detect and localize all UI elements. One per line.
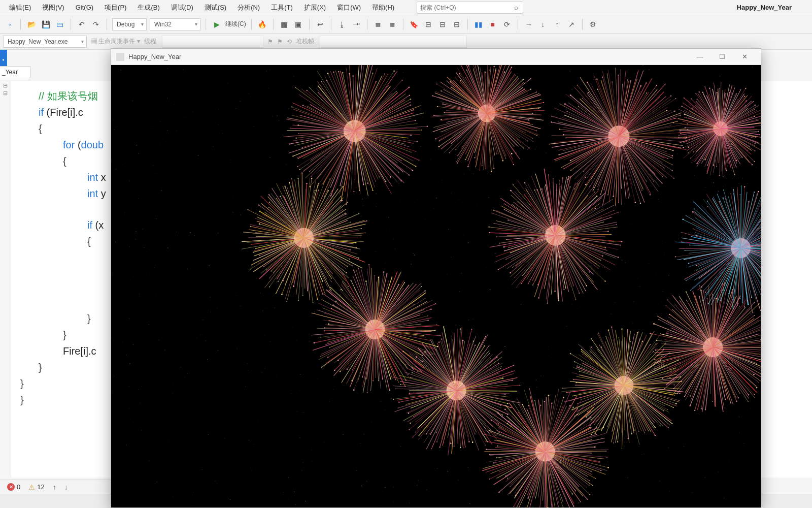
restart-icon[interactable]: ⟳ bbox=[501, 19, 513, 30]
svg-point-1014 bbox=[410, 105, 411, 106]
menu-git[interactable]: Git(G) bbox=[71, 2, 98, 13]
error-count[interactable]: ✕ 0 bbox=[7, 483, 20, 491]
svg-point-1614 bbox=[685, 110, 685, 111]
menu-ext[interactable]: 扩展(X) bbox=[299, 1, 331, 14]
svg-point-416 bbox=[324, 156, 325, 157]
svg-point-3439 bbox=[508, 421, 510, 422]
step-arrow-3[interactable]: ↑ bbox=[552, 19, 563, 30]
tb-icon-3[interactable]: ↩ bbox=[315, 19, 326, 30]
svg-point-3379 bbox=[515, 495, 517, 496]
open-icon[interactable]: 📂 bbox=[26, 19, 37, 30]
tb2-icon-3[interactable]: ⟲ bbox=[287, 38, 292, 45]
menu-window[interactable]: 窗口(W) bbox=[332, 1, 366, 14]
tb2-icon-2[interactable]: ⚑ bbox=[277, 38, 283, 45]
svg-point-633 bbox=[667, 201, 667, 201]
pause-icon[interactable]: ▮▮ bbox=[473, 19, 484, 30]
svg-point-1136 bbox=[446, 122, 447, 122]
svg-point-655 bbox=[738, 178, 739, 178]
config-dropdown[interactable]: Debug bbox=[112, 18, 147, 30]
svg-point-804 bbox=[421, 130, 422, 130]
menu-view[interactable]: 视图(V) bbox=[37, 1, 69, 14]
hot-reload-icon[interactable]: 🔥 bbox=[257, 19, 268, 30]
svg-point-2603 bbox=[435, 303, 436, 304]
svg-point-2803 bbox=[475, 344, 476, 346]
thread-field[interactable] bbox=[162, 36, 263, 48]
nav-back-icon[interactable]: ◦ bbox=[4, 19, 15, 30]
undo-icon[interactable]: ↶ bbox=[76, 19, 87, 30]
menu-tools[interactable]: 工具(T) bbox=[266, 1, 298, 14]
svg-point-146 bbox=[129, 181, 130, 182]
menu-help[interactable]: 帮助(H) bbox=[367, 1, 399, 14]
continue-button[interactable]: ▶ bbox=[211, 19, 222, 30]
tb-icon-6[interactable]: ⊟ bbox=[423, 19, 434, 30]
platform-dropdown[interactable]: Win32 bbox=[150, 18, 200, 30]
svg-point-2839 bbox=[512, 380, 513, 381]
menu-build[interactable]: 生成(B) bbox=[132, 1, 164, 14]
stop-icon[interactable]: ■ bbox=[487, 19, 498, 30]
svg-point-717 bbox=[465, 237, 466, 237]
svg-point-750 bbox=[146, 273, 147, 274]
tb-icon-7[interactable]: ⊟ bbox=[437, 19, 448, 30]
svg-point-569 bbox=[215, 70, 215, 70]
step-over-icon[interactable]: ⭲ bbox=[351, 19, 362, 30]
stack-field[interactable] bbox=[320, 36, 467, 48]
tb2-icon-1[interactable]: ⚑ bbox=[267, 38, 273, 45]
svg-point-3328 bbox=[589, 494, 590, 495]
tb-icon-4[interactable]: ≣ bbox=[373, 19, 384, 30]
menu-debug[interactable]: 调试(D) bbox=[166, 1, 198, 14]
save-icon[interactable]: 💾 bbox=[40, 19, 51, 30]
menu-analyze[interactable]: 分析(N) bbox=[232, 1, 265, 14]
svg-point-3493 bbox=[577, 408, 578, 409]
svg-point-1247 bbox=[540, 99, 542, 100]
tb-icon-5[interactable]: ≣ bbox=[387, 19, 398, 30]
step-arrow-1[interactable]: → bbox=[523, 19, 534, 30]
svg-point-388 bbox=[376, 251, 376, 252]
svg-point-244 bbox=[155, 285, 155, 286]
svg-point-627 bbox=[411, 335, 411, 336]
svg-point-222 bbox=[633, 301, 634, 302]
search-input[interactable] bbox=[420, 4, 513, 11]
maximize-button[interactable]: ☐ bbox=[711, 49, 733, 65]
close-button[interactable]: ✕ bbox=[733, 49, 756, 65]
output-titlebar[interactable]: Happy_New_Year — ☐ ✕ bbox=[111, 49, 761, 65]
tb-icon-last[interactable]: ⚙ bbox=[588, 19, 599, 30]
error-icon: ✕ bbox=[7, 483, 15, 491]
step-into-icon[interactable]: ⭳ bbox=[336, 19, 348, 30]
svg-point-474 bbox=[655, 185, 656, 186]
tb-icon-2[interactable]: ▣ bbox=[293, 19, 304, 30]
menu-project[interactable]: 项目(P) bbox=[99, 1, 131, 14]
search-box[interactable]: ⌕ bbox=[417, 2, 523, 14]
svg-point-535 bbox=[167, 247, 168, 248]
menu-edit[interactable]: 编辑(E) bbox=[4, 1, 36, 14]
svg-point-381 bbox=[463, 174, 464, 175]
svg-point-2689 bbox=[436, 441, 437, 442]
svg-point-622 bbox=[635, 205, 636, 206]
step-arrow-2[interactable]: ↓ bbox=[537, 19, 549, 30]
menu-test[interactable]: 测试(S) bbox=[199, 1, 231, 14]
warning-count[interactable]: ⚠ 12 bbox=[28, 483, 44, 491]
fold-icon[interactable]: ⊟ bbox=[0, 89, 11, 97]
status-up-icon[interactable]: ↑ bbox=[53, 483, 56, 491]
svg-point-3221 bbox=[680, 300, 680, 301]
save-all-icon[interactable]: 🗃 bbox=[54, 19, 65, 30]
svg-point-662 bbox=[129, 246, 130, 247]
svg-point-3472 bbox=[548, 395, 550, 396]
svg-point-479 bbox=[250, 228, 250, 229]
redo-icon[interactable]: ↷ bbox=[90, 19, 101, 30]
process-dropdown[interactable]: Happy_New_Year.exe bbox=[3, 36, 87, 48]
svg-point-181 bbox=[167, 316, 167, 317]
svg-point-1656 bbox=[723, 90, 723, 90]
svg-point-1841 bbox=[247, 209, 248, 210]
bookmark-icon[interactable]: 🔖 bbox=[409, 19, 420, 30]
step-arrow-4[interactable]: ↗ bbox=[566, 19, 577, 30]
tb-icon-1[interactable]: ▦ bbox=[279, 19, 290, 30]
document-tab[interactable]: _Year bbox=[0, 66, 30, 78]
status-down-icon[interactable]: ↓ bbox=[64, 483, 68, 491]
fold-icon[interactable]: ⊟ bbox=[0, 81, 11, 89]
minimize-button[interactable]: — bbox=[689, 49, 711, 65]
svg-point-1689 bbox=[755, 105, 756, 106]
tb-icon-8[interactable]: ⊟ bbox=[451, 19, 462, 30]
svg-point-682 bbox=[149, 213, 149, 214]
svg-point-1005 bbox=[409, 87, 410, 88]
svg-point-2770 bbox=[429, 343, 430, 344]
